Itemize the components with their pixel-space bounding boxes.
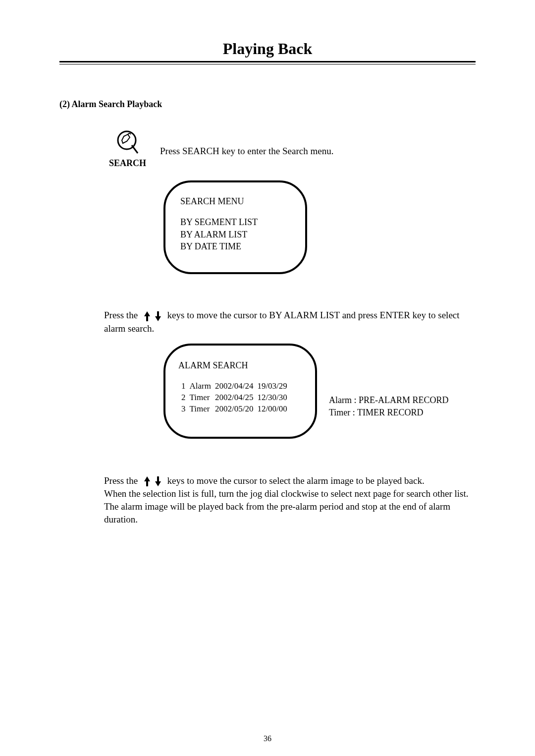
search-key-icon	[116, 129, 140, 156]
final-instruction: Press the keys to move the cursor to sel…	[104, 474, 476, 526]
table-row: 2 Timer 2002/04/25 12/30/30	[178, 392, 291, 404]
title-divider-thick	[59, 61, 476, 62]
final-instruction-line3: The alarm image will be played back from…	[104, 500, 476, 525]
alarm-instruction: Press the keys to move the cursor to BY …	[104, 309, 476, 335]
alarm-instruction-pre: Press the	[104, 310, 140, 320]
row-index: 1	[178, 381, 190, 392]
row-time: 12/00/00	[257, 404, 291, 415]
table-row: 1 Alarm 2002/04/24 19/03/29	[178, 381, 291, 392]
search-instruction: Press SEARCH key to enter the Search men…	[160, 146, 333, 157]
row-type: Timer	[190, 392, 215, 404]
svg-line-1	[132, 145, 138, 153]
legend-timer: Timer : TIMER RECORD	[329, 407, 449, 418]
alarm-search-screen: ALARM SEARCH 1 Alarm 2002/04/24 19/03/29…	[163, 344, 317, 438]
search-menu-item: BY ALARM LIST	[180, 229, 292, 240]
arrow-down-icon	[154, 475, 162, 487]
table-row: 3 Timer 2002/05/20 12/00/00	[178, 404, 291, 415]
page-number: 36	[0, 734, 535, 743]
row-index: 3	[178, 404, 190, 415]
search-menu-item: BY DATE TIME	[180, 240, 292, 252]
final-instruction-line2: When the selection list is full, turn th…	[104, 487, 476, 500]
page-container: Playing Back (2) Alarm Search Playback S…	[0, 0, 535, 756]
final-instruction-pre: Press the	[104, 475, 140, 486]
row-type: Alarm	[190, 381, 215, 392]
legend-alarm: Alarm : PRE-ALARM RECORD	[329, 394, 449, 406]
search-menu-screen: SEARCH MENU BY SEGMENT LIST BY ALARM LIS…	[163, 180, 307, 274]
row-date: 2002/04/24	[215, 381, 257, 392]
final-instruction-line1: keys to move the cursor to select the al…	[167, 475, 425, 486]
title-divider-thin	[59, 64, 476, 64]
search-menu-item: BY SEGMENT LIST	[180, 216, 292, 228]
row-index: 2	[178, 392, 190, 404]
arrow-keys-icon	[143, 310, 162, 322]
arrow-up-icon	[143, 310, 151, 322]
alarm-search-row: ALARM SEARCH 1 Alarm 2002/04/24 19/03/29…	[59, 344, 476, 438]
search-icon-block: SEARCH	[109, 129, 146, 169]
search-key-label: SEARCH	[109, 158, 146, 169]
row-time: 12/30/30	[257, 392, 291, 404]
row-date: 2002/04/25	[215, 392, 257, 404]
alarm-legend: Alarm : PRE-ALARM RECORD Timer : TIMER R…	[329, 394, 449, 418]
arrow-keys-icon	[143, 475, 162, 487]
alarm-search-table: 1 Alarm 2002/04/24 19/03/29 2 Timer 2002…	[178, 381, 291, 415]
arrow-down-icon	[154, 310, 162, 322]
row-date: 2002/05/20	[215, 404, 257, 415]
section-heading: (2) Alarm Search Playback	[59, 99, 476, 110]
search-key-row: SEARCH Press SEARCH key to enter the Sea…	[109, 129, 476, 169]
search-menu-title: SEARCH MENU	[180, 195, 292, 207]
row-type: Timer	[190, 404, 215, 415]
alarm-search-title: ALARM SEARCH	[178, 359, 305, 371]
arrow-up-icon	[143, 475, 151, 487]
row-time: 19/03/29	[257, 381, 291, 392]
page-title: Playing Back	[59, 40, 476, 58]
